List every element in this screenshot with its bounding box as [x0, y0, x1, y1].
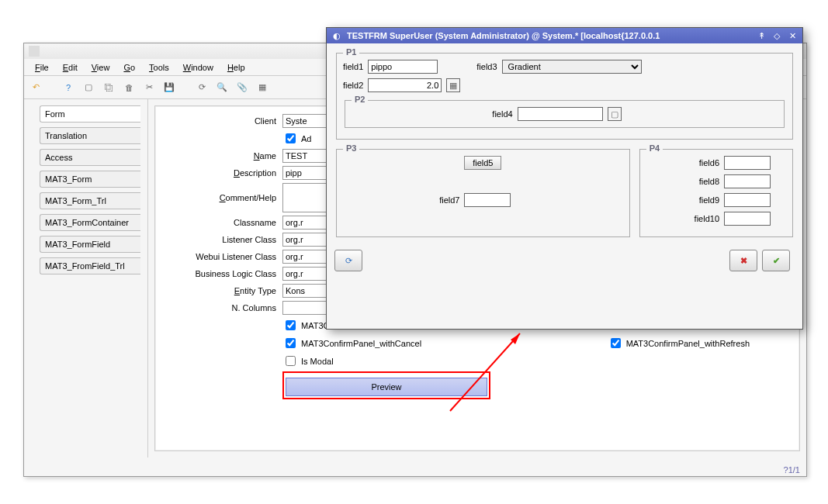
p2-fieldset: P2 field4▢	[345, 100, 785, 128]
ok-button[interactable]: ✔	[762, 250, 790, 271]
tabs-column: Form Translation Access MAT3_Form MAT3_F…	[24, 99, 148, 457]
p4-legend: P4	[646, 143, 663, 153]
field6-input[interactable]	[724, 156, 771, 170]
popup-max-icon[interactable]: ◇	[771, 30, 782, 41]
app-icon	[29, 46, 40, 57]
refresh-icon[interactable]: ⟳	[195, 81, 209, 95]
label-biz: Business Logic Class	[168, 269, 276, 278]
cb-mat3confirm[interactable]	[286, 320, 296, 330]
field3-label: field3	[476, 62, 497, 71]
field4-input[interactable]	[518, 107, 603, 121]
popup-body: P1 field1 field3Gradient field2▦ P2 fiel…	[327, 43, 802, 247]
new-icon[interactable]: ▢	[81, 81, 95, 95]
undo-icon[interactable]: ↶	[29, 81, 43, 95]
field9-label: field9	[699, 195, 719, 205]
popup-min-icon[interactable]: ↟	[756, 30, 767, 41]
copy-icon[interactable]: ⿻	[102, 81, 116, 95]
menu-help[interactable]: Help	[221, 61, 251, 74]
field6-label: field6	[699, 158, 719, 167]
delete-icon[interactable]: 🗑	[122, 81, 136, 95]
field5-button[interactable]: field5	[464, 156, 501, 170]
cut-icon[interactable]: ✂	[142, 81, 156, 95]
p3-p4-row: P3 field5 field7 P4 field6 field8 field9…	[334, 144, 795, 242]
tab-translation[interactable]: Translation	[40, 127, 140, 144]
tab-mat3fromfieldtrl[interactable]: MAT3_FromField_Trl	[40, 257, 140, 274]
help-icon[interactable]: ?	[61, 81, 75, 95]
menu-view[interactable]: View	[85, 61, 116, 74]
label-ncols: N. Columns	[168, 303, 276, 312]
field4-date-icon[interactable]: ▢	[608, 107, 622, 121]
field10-input[interactable]	[724, 212, 771, 226]
label-listener: Listener Class	[168, 235, 276, 244]
field8-label: field8	[699, 177, 719, 186]
active-label: Ad	[301, 134, 311, 143]
cb-ismodal[interactable]	[286, 356, 296, 366]
menu-file[interactable]: File	[29, 61, 55, 74]
cancel-button[interactable]: ✖	[729, 250, 757, 271]
tab-mat3formtrl[interactable]: MAT3_Form_Trl	[40, 192, 140, 209]
attach-icon[interactable]: 📎	[235, 81, 249, 95]
popup-close-icon[interactable]: ✕	[787, 30, 798, 41]
p1-fieldset: P1 field1 field3Gradient field2▦ P2 fiel…	[336, 53, 793, 140]
label-name: Name	[168, 151, 276, 161]
popup-title: TESTFRM SuperUser (System Administrator)…	[347, 31, 751, 40]
menu-go[interactable]: Go	[117, 61, 141, 74]
search-icon[interactable]: 🔍	[215, 81, 229, 95]
preview-button[interactable]: Preview	[286, 378, 487, 396]
popup-footer: ⟳ ✖ ✔	[327, 247, 802, 279]
field7-input[interactable]	[464, 193, 511, 207]
field1-input[interactable]	[368, 60, 438, 74]
label-description: Description	[168, 168, 276, 178]
field1-label: field1	[343, 62, 363, 71]
cb-ismodal-label: Is Modal	[301, 357, 334, 366]
active-checkbox[interactable]	[286, 133, 296, 143]
field3-select[interactable]: Gradient	[502, 60, 642, 74]
label-client: Client	[168, 116, 276, 126]
field10-label: field10	[695, 214, 719, 223]
p1-legend: P1	[343, 47, 359, 57]
cancel-icon: ✖	[740, 256, 747, 266]
cb-mat3cancel[interactable]	[286, 338, 296, 348]
tab-mat3form[interactable]: MAT3_Form	[40, 171, 140, 188]
tab-access[interactable]: Access	[40, 149, 140, 166]
refresh-icon: ⟳	[345, 256, 352, 266]
menu-edit[interactable]: Edit	[57, 61, 84, 74]
label-comment: Comment/Help	[168, 193, 276, 202]
popup-window: ◐ TESTFRM SuperUser (System Administrato…	[326, 27, 803, 330]
status-text: ?1/1	[784, 465, 800, 475]
cb-mat3refresh[interactable]	[611, 338, 621, 348]
refresh-button[interactable]: ⟳	[334, 250, 362, 271]
popup-app-icon: ◐	[331, 30, 342, 41]
p2-legend: P2	[352, 95, 368, 104]
field2-label: field2	[343, 81, 363, 90]
field9-input[interactable]	[724, 193, 771, 207]
cb-mat3cancel-label: MAT3ConfirmPanel_withCancel	[301, 339, 421, 348]
field2-calc-icon[interactable]: ▦	[446, 78, 460, 92]
field2-input[interactable]	[368, 78, 442, 92]
menu-window[interactable]: Window	[177, 61, 220, 74]
grid-icon[interactable]: ▦	[255, 81, 269, 95]
p4-fieldset: P4 field6 field8 field9 field10	[639, 149, 793, 237]
field4-label: field4	[492, 109, 512, 119]
tab-mat3formfield[interactable]: MAT3_FormField	[40, 236, 140, 253]
p3-fieldset: P3 field5 field7	[336, 149, 630, 237]
p3-legend: P3	[343, 143, 359, 153]
save-icon[interactable]: 💾	[162, 81, 176, 95]
tab-mat3formcontainer[interactable]: MAT3_FormContainer	[40, 214, 140, 231]
cb-mat3refresh-label: MAT3ConfirmPanel_withRefresh	[626, 339, 750, 348]
popup-titlebar: ◐ TESTFRM SuperUser (System Administrato…	[327, 28, 802, 43]
label-webui: Webui Listener Class	[168, 252, 276, 261]
preview-highlight: Preview	[282, 371, 490, 399]
field8-input[interactable]	[724, 174, 771, 188]
menu-tools[interactable]: Tools	[143, 61, 175, 74]
tab-form[interactable]: Form	[40, 105, 140, 123]
label-classname: Classname	[168, 218, 276, 227]
field7-label: field7	[439, 195, 459, 205]
ok-icon: ✔	[773, 256, 780, 266]
label-entity: Entity Type	[168, 286, 276, 295]
